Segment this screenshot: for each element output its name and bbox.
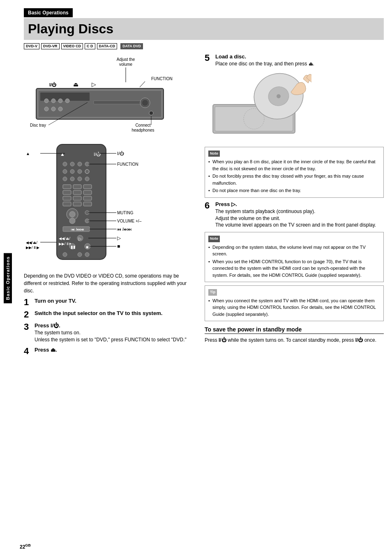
- svg-text:I/⏻: I/⏻: [49, 82, 56, 87]
- svg-text:Connect: Connect: [135, 123, 150, 127]
- step-3-desc: The system turns on.Unless the system is…: [35, 329, 196, 343]
- svg-text:▷: ▷: [78, 236, 82, 241]
- svg-point-14: [58, 99, 62, 103]
- tip-list: When you connect the system and TV with …: [208, 297, 380, 318]
- svg-text:MUTING: MUTING: [117, 211, 134, 215]
- step-2-content: Switch the input selector on the TV to t…: [35, 310, 196, 317]
- svg-rect-11: [94, 101, 147, 104]
- svg-rect-57: [63, 202, 71, 206]
- section-header-box: Basic Operations: [24, 8, 384, 18]
- svg-text:⏏: ⏏: [73, 81, 78, 88]
- title-box: Playing Discs: [24, 18, 384, 40]
- disc-svg: [205, 72, 311, 141]
- step-4-number: 4: [24, 347, 32, 356]
- step-4: 4 Press ⏏.: [24, 347, 196, 356]
- badge-videocd: VIDEO CD: [61, 43, 83, 49]
- svg-point-12: [44, 99, 48, 103]
- sidebar-label: Basic Operations: [4, 253, 12, 303]
- left-column: Adjust the volume FUNCTION I/⏻ ⏏ ▷: [24, 53, 196, 359]
- svg-text:Disc tray: Disc tray: [30, 123, 46, 127]
- step-6-number: 6: [205, 201, 213, 210]
- svg-text:I/⏻: I/⏻: [117, 151, 124, 156]
- step-4-content: Press ⏏.: [35, 347, 196, 354]
- svg-rect-48: [63, 185, 71, 189]
- svg-point-34: [63, 162, 67, 166]
- svg-point-42: [78, 169, 82, 174]
- step-1: 1 Turn on your TV.: [24, 298, 196, 307]
- step-5-content: Load a disc. Place one disc on the tray,…: [215, 53, 384, 67]
- svg-text:volume: volume: [119, 62, 133, 67]
- svg-line-4: [140, 81, 145, 87]
- svg-text:▷: ▷: [117, 235, 121, 241]
- step-5-title: Load a disc.: [215, 53, 384, 60]
- step-2-number: 2: [24, 310, 32, 319]
- svg-point-89: [78, 253, 82, 257]
- svg-text:headphones: headphones: [131, 128, 154, 132]
- step-3-title: Press I/⏻.: [35, 322, 196, 329]
- svg-point-16: [44, 107, 48, 111]
- svg-text:▲: ▲: [60, 151, 65, 157]
- step-6-desc: The system starts playback (continuous p…: [215, 208, 384, 229]
- note-list-1: When you play an 8 cm disc, place it on …: [208, 158, 380, 194]
- svg-point-41: [70, 169, 74, 174]
- note-box-2: Note Depending on the system status, the…: [205, 232, 384, 282]
- step-3-number: 3: [24, 322, 32, 331]
- step-5-number: 5: [205, 53, 213, 63]
- svg-point-46: [78, 177, 82, 181]
- svg-text:I/⏻: I/⏻: [94, 152, 101, 157]
- standby-title: To save the power in standby mode: [205, 326, 384, 334]
- svg-rect-58: [73, 202, 81, 206]
- step-6-title: Press ▷.: [215, 201, 384, 207]
- main-content: Basic Operations Playing Discs DVD-V DVD…: [20, 0, 392, 367]
- note-2-item-2: When you set the HDMI CONTROL function t…: [208, 258, 380, 279]
- step-2: 2 Switch the input selector on the TV to…: [24, 310, 196, 319]
- svg-text:▷: ▷: [92, 81, 96, 88]
- step-6: 6 Press ▷. The system starts playback (c…: [205, 201, 384, 229]
- svg-point-40: [63, 169, 67, 174]
- svg-text:◀◀/⏏/: ◀◀/⏏/: [26, 241, 38, 245]
- note-1-item-3: Do not place more than one disc on the t…: [208, 187, 380, 194]
- note-1-item-1: When you play an 8 cm disc, place it on …: [208, 158, 380, 172]
- svg-text:VOLUME +/–: VOLUME +/–: [117, 219, 142, 223]
- sidebar: Basic Operations: [0, 0, 16, 556]
- svg-point-17: [51, 107, 55, 111]
- step-1-number: 1: [24, 298, 32, 307]
- badge-datadvd: DATA DVD: [120, 43, 143, 49]
- svg-point-36: [78, 162, 82, 166]
- svg-point-43: [85, 169, 89, 174]
- svg-text:■: ■: [86, 245, 88, 249]
- svg-text:⏮ /⏭⏭: ⏮ /⏭⏭: [117, 227, 132, 232]
- tip-label: Tip: [208, 289, 217, 296]
- svg-text:▶▶/⏸▶: ▶▶/⏸▶: [26, 246, 39, 250]
- device-svg: Adjust the volume FUNCTION I/⏻ ⏏ ▷: [24, 53, 180, 136]
- step-1-content: Turn on your TV.: [35, 298, 196, 305]
- disc-illustration: [205, 72, 384, 143]
- svg-point-88: [63, 253, 67, 257]
- device-diagram: Adjust the volume FUNCTION I/⏻ ⏏ ▷: [24, 53, 196, 137]
- svg-point-65: [69, 218, 75, 224]
- svg-point-90: [85, 253, 89, 257]
- svg-point-47: [85, 177, 89, 181]
- svg-point-61: [69, 211, 75, 217]
- step-5-desc: Place one disc on the tray, and then pre…: [215, 60, 384, 67]
- badge-dvdv: DVD-V: [24, 43, 39, 49]
- svg-rect-53: [83, 190, 92, 195]
- format-badges: DVD-V DVD-VR VIDEO CD C D DATA-CD DATA D…: [24, 43, 384, 49]
- svg-point-20: [142, 100, 148, 106]
- tip-item-1: When you connect the system and TV with …: [208, 297, 380, 318]
- note-label-1: Note: [208, 151, 220, 157]
- svg-text:◀◀/⏏/: ◀◀/⏏/: [59, 236, 71, 241]
- svg-text:Adjust the: Adjust the: [117, 57, 135, 62]
- note-list-2: Depending on the system status, the volu…: [208, 244, 380, 279]
- svg-rect-51: [63, 190, 71, 195]
- page-title: Playing Discs: [28, 21, 113, 36]
- remote-diagram: ▲ ▲ I/⏻ I/⏻ FUNCTION: [24, 140, 196, 269]
- note-2-item-1: Depending on the system status, the volu…: [208, 244, 380, 257]
- svg-point-13: [51, 99, 55, 103]
- svg-point-18: [58, 107, 62, 111]
- svg-text:▮▮: ▮▮: [71, 245, 76, 249]
- tip-box: Tip When you connect the system and TV w…: [205, 285, 384, 321]
- badge-datacd: DATA-CD: [97, 43, 118, 49]
- note-box-1: Note When you play an 8 cm disc, place i…: [205, 147, 384, 198]
- svg-point-44: [63, 177, 67, 181]
